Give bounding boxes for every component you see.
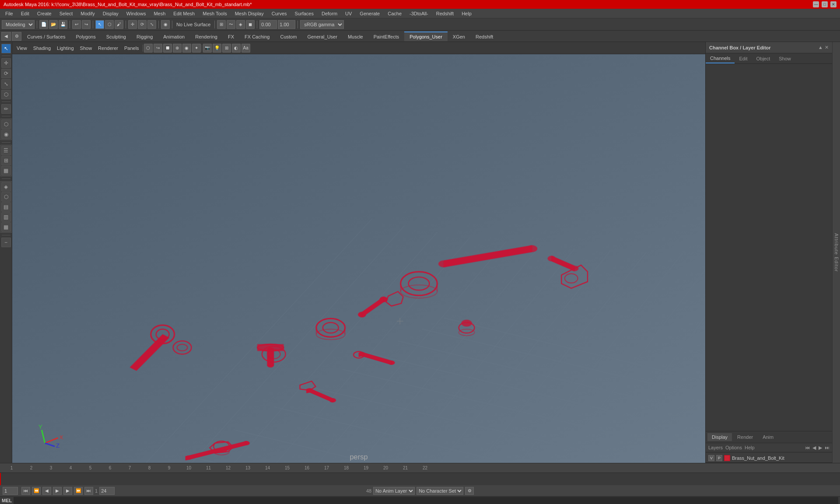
renderer-menu[interactable]: Renderer xyxy=(95,45,121,52)
soft-sel[interactable]: ◉ xyxy=(161,20,170,29)
menu-item-mesh-tools[interactable]: Mesh Tools xyxy=(199,10,230,17)
display-btn1[interactable]: ☰ xyxy=(1,146,11,155)
display-tab[interactable]: Display xyxy=(707,433,732,441)
render-btn2[interactable]: ⬡ xyxy=(1,192,11,202)
vp-icon1[interactable]: ⬡ xyxy=(144,44,153,52)
rp-close-btn[interactable]: ✕ xyxy=(825,45,829,50)
menu-item-help[interactable]: Help xyxy=(458,10,475,17)
tb2-left-btn[interactable]: ◀ xyxy=(1,32,11,41)
workspace-select[interactable]: Modeling xyxy=(2,20,35,29)
snap-btn2[interactable]: ◉ xyxy=(1,130,11,139)
show-menu[interactable]: Show xyxy=(77,45,95,52)
viewport[interactable]: View Shading Lighting Show Renderer Pane… xyxy=(12,42,705,463)
render-btn3[interactable]: ▤ xyxy=(1,202,11,212)
snap-btn1[interactable]: ⬡ xyxy=(1,119,11,129)
pb-first[interactable]: ⏮ xyxy=(21,487,30,495)
paint-sel-tool[interactable]: 🖌 xyxy=(115,20,123,29)
vp-shadow-icon[interactable]: ◐ xyxy=(232,44,241,52)
show-tab[interactable]: Show xyxy=(774,54,795,63)
anim-tab[interactable]: Anim xyxy=(758,433,778,441)
last-tool-btn[interactable]: ⬡ xyxy=(1,90,11,99)
render-btn1[interactable]: ◈ xyxy=(1,182,11,192)
panels-menu[interactable]: Panels xyxy=(122,45,142,52)
workspace-tab-sculpting[interactable]: Sculpting xyxy=(101,32,131,41)
tb2-settings-btn[interactable]: ⚙ xyxy=(12,32,21,41)
workspace-tab-redshift[interactable]: Redshift xyxy=(470,32,498,41)
vp-icon5[interactable]: ◉ xyxy=(182,44,191,52)
select-tool-btn[interactable]: ↖ xyxy=(1,44,11,53)
vp-icon4[interactable]: ⊕ xyxy=(173,44,182,52)
nav-next[interactable]: ▶ xyxy=(819,445,822,451)
lasso-tool[interactable]: ⬡ xyxy=(105,20,114,29)
workspace-tab-curves-/-surfaces[interactable]: Curves / Surfaces xyxy=(22,32,70,41)
rotate-tool[interactable]: ⟳ xyxy=(138,20,147,29)
field-input[interactable] xyxy=(259,20,277,29)
menu-item--3dtoall-[interactable]: -3DtoAll- xyxy=(406,10,432,17)
mel-input[interactable] xyxy=(14,497,838,504)
edit-tab[interactable]: Edit xyxy=(735,54,752,63)
menu-item-windows[interactable]: Windows xyxy=(123,10,150,17)
color-select[interactable]: sRGB gamma xyxy=(300,20,344,29)
paint-tool-btn[interactable]: ✏ xyxy=(1,104,11,114)
menu-item-select[interactable]: Select xyxy=(56,10,77,17)
vp-aa-icon[interactable]: Aa xyxy=(242,44,250,52)
maximize-button[interactable]: □ xyxy=(822,1,828,7)
workspace-tab-polygons-user[interactable]: Polygons_User xyxy=(404,32,448,41)
menu-item-generate[interactable]: Generate xyxy=(356,10,383,17)
pb-prev-key[interactable]: ⏪ xyxy=(32,487,41,495)
undo-btn[interactable]: ↩ xyxy=(72,20,81,29)
menu-item-file[interactable]: File xyxy=(2,10,17,17)
snap-point[interactable]: ◈ xyxy=(236,20,245,29)
menu-item-edit[interactable]: Edit xyxy=(18,10,33,17)
layer-visibility-btn[interactable]: V xyxy=(708,455,714,461)
snap-curve[interactable]: 〜 xyxy=(227,20,235,29)
save-btn[interactable]: 💾 xyxy=(59,20,67,29)
move-tool-btn[interactable]: ✛ xyxy=(1,58,11,68)
workspace-tab-polygons[interactable]: Polygons xyxy=(70,32,101,41)
nav-prev[interactable]: ◀ xyxy=(812,445,816,451)
anim-layer-select[interactable]: No Anim Layer xyxy=(373,487,415,495)
render-btn4[interactable]: ▥ xyxy=(1,212,11,222)
current-frame-input[interactable] xyxy=(3,487,18,495)
menu-item-deform[interactable]: Deform xyxy=(318,10,341,17)
render-tab[interactable]: Render xyxy=(733,433,757,441)
menu-item-surfaces[interactable]: Surfaces xyxy=(291,10,317,17)
menu-item-cache[interactable]: Cache xyxy=(384,10,405,17)
workspace-tab-general-user[interactable]: General_User xyxy=(302,32,342,41)
minus-btn[interactable]: − xyxy=(1,238,11,247)
display-btn2[interactable]: ⊞ xyxy=(1,156,11,165)
vp-grid-icon[interactable]: ⊞ xyxy=(222,44,231,52)
pb-next[interactable]: ▶ xyxy=(63,487,72,495)
redo-btn[interactable]: ↪ xyxy=(82,20,91,29)
range-end-input[interactable] xyxy=(99,487,115,495)
workspace-tab-custom[interactable]: Custom xyxy=(275,32,302,41)
layer-playback-btn[interactable]: P xyxy=(716,455,722,461)
new-scene-btn[interactable]: 📄 xyxy=(39,20,48,29)
scale-tool[interactable]: ⤡ xyxy=(147,20,156,29)
layer-color-swatch[interactable] xyxy=(724,455,730,461)
workspace-tab-animation[interactable]: Animation xyxy=(158,32,190,41)
scale-tool-btn[interactable]: ⤡ xyxy=(1,79,11,89)
minimize-button[interactable]: — xyxy=(813,1,819,7)
character-set-select[interactable]: No Character Set xyxy=(416,487,463,495)
workspace-tab-painteffects[interactable]: PaintEffects xyxy=(368,32,405,41)
workspace-tab-xgen[interactable]: XGen xyxy=(448,32,470,41)
field-input2[interactable] xyxy=(278,20,295,29)
pb-last[interactable]: ⏭ xyxy=(84,487,93,495)
view-menu[interactable]: View xyxy=(14,45,30,52)
vp-light-icon[interactable]: 💡 xyxy=(213,44,221,52)
workspace-tab-rendering[interactable]: Rendering xyxy=(190,32,223,41)
snap-surface[interactable]: ◼ xyxy=(246,20,255,29)
rotate-tool-btn[interactable]: ⟳ xyxy=(1,69,11,78)
lighting-menu[interactable]: Lighting xyxy=(54,45,77,52)
shading-menu[interactable]: Shading xyxy=(31,45,53,52)
nav-first[interactable]: ⏮ xyxy=(805,445,810,450)
close-button[interactable]: ✕ xyxy=(830,1,836,7)
pb-next-key[interactable]: ⏩ xyxy=(74,487,83,495)
menu-item-redshift[interactable]: Redshift xyxy=(433,10,457,17)
options-option[interactable]: Options xyxy=(725,445,742,450)
char-set-btn[interactable]: ⚙ xyxy=(465,487,474,495)
vp-icon6[interactable]: ✦ xyxy=(192,44,201,52)
display-btn3[interactable]: ▦ xyxy=(1,166,11,175)
workspace-tab-fx[interactable]: FX xyxy=(223,32,239,41)
